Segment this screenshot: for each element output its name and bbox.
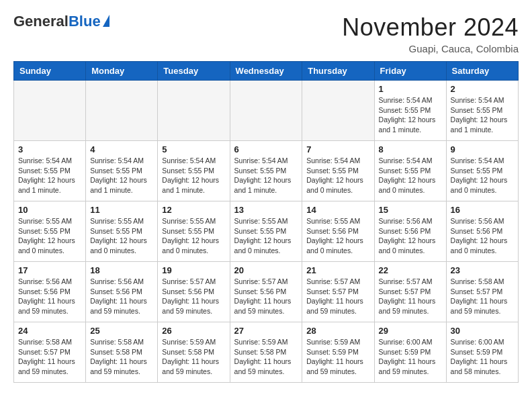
day-info: Sunrise: 5:55 AM Sunset: 5:55 PM Dayligh… (234, 216, 298, 256)
logo-blue: Blue (69, 13, 101, 30)
day-number: 10 (18, 205, 81, 215)
calendar-cell: 24Sunrise: 5:58 AM Sunset: 5:57 PM Dayli… (14, 322, 86, 383)
weekday-thursday: Thursday (302, 62, 374, 81)
day-info: Sunrise: 5:55 AM Sunset: 5:55 PM Dayligh… (90, 216, 153, 256)
calendar-cell: 23Sunrise: 5:58 AM Sunset: 5:57 PM Dayli… (446, 262, 518, 322)
calendar-cell: 16Sunrise: 5:56 AM Sunset: 5:56 PM Dayli… (446, 201, 518, 262)
day-number: 12 (162, 205, 225, 215)
day-number: 17 (18, 265, 81, 275)
day-number: 29 (379, 326, 442, 336)
day-number: 3 (18, 144, 81, 154)
calendar-cell: 18Sunrise: 5:56 AM Sunset: 5:56 PM Dayli… (86, 262, 158, 322)
day-info: Sunrise: 5:59 AM Sunset: 5:59 PM Dayligh… (306, 337, 369, 377)
month-title: November 2024 (342, 13, 519, 42)
day-number: 24 (18, 326, 81, 336)
day-number: 6 (234, 144, 298, 154)
weekday-saturday: Saturday (446, 62, 518, 81)
week-row-2: 3Sunrise: 5:54 AM Sunset: 5:55 PM Daylig… (14, 141, 519, 201)
calendar-cell: 17Sunrise: 5:56 AM Sunset: 5:56 PM Dayli… (14, 262, 86, 322)
day-info: Sunrise: 5:57 AM Sunset: 5:57 PM Dayligh… (306, 277, 369, 316)
calendar-cell: 20Sunrise: 5:57 AM Sunset: 5:56 PM Dayli… (230, 262, 302, 322)
calendar-cell: 19Sunrise: 5:57 AM Sunset: 5:56 PM Dayli… (158, 262, 230, 322)
day-number: 9 (451, 144, 514, 154)
day-info: Sunrise: 5:57 AM Sunset: 5:56 PM Dayligh… (162, 277, 225, 316)
day-number: 2 (451, 84, 514, 94)
day-number: 13 (234, 205, 298, 215)
calendar-cell: 27Sunrise: 5:59 AM Sunset: 5:58 PM Dayli… (230, 322, 302, 383)
logo-general: General (13, 13, 69, 30)
calendar-cell: 1Sunrise: 5:54 AM Sunset: 5:55 PM Daylig… (374, 81, 446, 141)
day-number: 18 (90, 265, 153, 275)
day-info: Sunrise: 5:54 AM Sunset: 5:55 PM Dayligh… (234, 156, 298, 195)
calendar-cell: 22Sunrise: 5:57 AM Sunset: 5:57 PM Dayli… (374, 262, 446, 322)
weekday-wednesday: Wednesday (230, 62, 302, 81)
title-block: November 2024 Guapi, Cauca, Colombia (342, 13, 519, 54)
day-info: Sunrise: 5:58 AM Sunset: 5:57 PM Dayligh… (18, 337, 81, 377)
day-info: Sunrise: 5:55 AM Sunset: 5:55 PM Dayligh… (18, 216, 81, 256)
day-info: Sunrise: 5:54 AM Sunset: 5:55 PM Dayligh… (306, 156, 369, 195)
day-info: Sunrise: 5:56 AM Sunset: 5:56 PM Dayligh… (379, 216, 442, 256)
day-number: 5 (162, 144, 225, 154)
logo: General Blue (13, 13, 109, 30)
day-number: 27 (234, 326, 298, 336)
day-number: 30 (451, 326, 514, 336)
page-header: General Blue November 2024 Guapi, Cauca,… (13, 13, 519, 54)
calendar-cell: 4Sunrise: 5:54 AM Sunset: 5:55 PM Daylig… (86, 141, 158, 201)
calendar-cell: 15Sunrise: 5:56 AM Sunset: 5:56 PM Dayli… (374, 201, 446, 262)
day-info: Sunrise: 5:54 AM Sunset: 5:55 PM Dayligh… (18, 156, 81, 195)
day-info: Sunrise: 5:57 AM Sunset: 5:57 PM Dayligh… (379, 277, 442, 316)
day-info: Sunrise: 5:55 AM Sunset: 5:56 PM Dayligh… (306, 216, 369, 256)
calendar-cell (302, 81, 374, 141)
calendar-cell (86, 81, 158, 141)
day-number: 8 (379, 144, 442, 154)
day-number: 16 (451, 205, 514, 215)
week-row-5: 24Sunrise: 5:58 AM Sunset: 5:57 PM Dayli… (14, 322, 519, 383)
calendar-cell: 21Sunrise: 5:57 AM Sunset: 5:57 PM Dayli… (302, 262, 374, 322)
calendar-header: SundayMondayTuesdayWednesdayThursdayFrid… (14, 62, 519, 81)
day-number: 23 (451, 265, 514, 275)
calendar-cell: 25Sunrise: 5:58 AM Sunset: 5:58 PM Dayli… (86, 322, 158, 383)
week-row-3: 10Sunrise: 5:55 AM Sunset: 5:55 PM Dayli… (14, 201, 519, 262)
calendar-cell: 13Sunrise: 5:55 AM Sunset: 5:55 PM Dayli… (230, 201, 302, 262)
day-info: Sunrise: 5:56 AM Sunset: 5:56 PM Dayligh… (18, 277, 81, 316)
weekday-friday: Friday (374, 62, 446, 81)
calendar-table: SundayMondayTuesdayWednesdayThursdayFrid… (13, 61, 519, 383)
calendar-cell (230, 81, 302, 141)
day-number: 15 (379, 205, 442, 215)
day-number: 4 (90, 144, 153, 154)
day-info: Sunrise: 5:59 AM Sunset: 5:58 PM Dayligh… (162, 337, 225, 377)
day-info: Sunrise: 5:56 AM Sunset: 5:56 PM Dayligh… (451, 216, 514, 256)
weekday-tuesday: Tuesday (158, 62, 230, 81)
day-info: Sunrise: 5:59 AM Sunset: 5:58 PM Dayligh… (234, 337, 298, 377)
calendar-cell: 2Sunrise: 5:54 AM Sunset: 5:55 PM Daylig… (446, 81, 518, 141)
calendar-cell: 9Sunrise: 5:54 AM Sunset: 5:55 PM Daylig… (446, 141, 518, 201)
weekday-sunday: Sunday (14, 62, 86, 81)
day-number: 1 (379, 84, 442, 94)
day-info: Sunrise: 5:54 AM Sunset: 5:55 PM Dayligh… (379, 156, 442, 195)
day-info: Sunrise: 5:54 AM Sunset: 5:55 PM Dayligh… (379, 95, 442, 135)
day-number: 26 (162, 326, 225, 336)
calendar-cell: 3Sunrise: 5:54 AM Sunset: 5:55 PM Daylig… (14, 141, 86, 201)
calendar-cell: 10Sunrise: 5:55 AM Sunset: 5:55 PM Dayli… (14, 201, 86, 262)
weekday-header-row: SundayMondayTuesdayWednesdayThursdayFrid… (14, 62, 519, 81)
day-number: 7 (306, 144, 369, 154)
calendar-cell: 29Sunrise: 6:00 AM Sunset: 5:59 PM Dayli… (374, 322, 446, 383)
day-number: 19 (162, 265, 225, 275)
calendar-cell: 5Sunrise: 5:54 AM Sunset: 5:55 PM Daylig… (158, 141, 230, 201)
day-info: Sunrise: 5:54 AM Sunset: 5:55 PM Dayligh… (90, 156, 153, 195)
day-info: Sunrise: 5:58 AM Sunset: 5:57 PM Dayligh… (451, 277, 514, 316)
day-info: Sunrise: 5:57 AM Sunset: 5:56 PM Dayligh… (234, 277, 298, 316)
day-number: 14 (306, 205, 369, 215)
day-info: Sunrise: 5:54 AM Sunset: 5:55 PM Dayligh… (451, 95, 514, 135)
day-info: Sunrise: 6:00 AM Sunset: 5:59 PM Dayligh… (451, 337, 514, 377)
calendar-cell: 7Sunrise: 5:54 AM Sunset: 5:55 PM Daylig… (302, 141, 374, 201)
calendar-cell: 28Sunrise: 5:59 AM Sunset: 5:59 PM Dayli… (302, 322, 374, 383)
calendar-body: 1Sunrise: 5:54 AM Sunset: 5:55 PM Daylig… (14, 81, 519, 383)
calendar-cell: 26Sunrise: 5:59 AM Sunset: 5:58 PM Dayli… (158, 322, 230, 383)
calendar-cell (158, 81, 230, 141)
calendar-cell: 6Sunrise: 5:54 AM Sunset: 5:55 PM Daylig… (230, 141, 302, 201)
day-number: 20 (234, 265, 298, 275)
day-info: Sunrise: 5:56 AM Sunset: 5:56 PM Dayligh… (90, 277, 153, 316)
day-number: 11 (90, 205, 153, 215)
calendar-cell: 14Sunrise: 5:55 AM Sunset: 5:56 PM Dayli… (302, 201, 374, 262)
